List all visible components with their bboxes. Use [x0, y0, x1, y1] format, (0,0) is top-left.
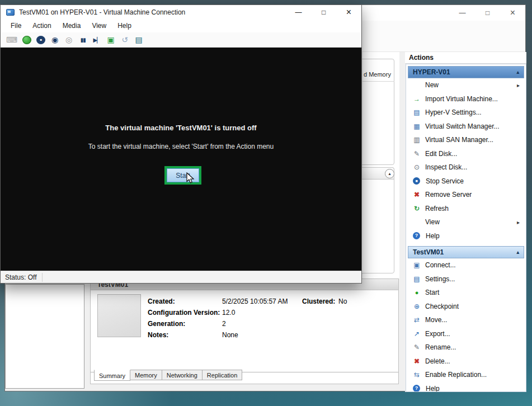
- vm-viewport: The virtual machine 'TestVM01' is turned…: [1, 48, 361, 272]
- action-import-virtual-machine[interactable]: → Import Virtual Machine...: [408, 92, 524, 106]
- desktop: — □ × d Memory ▴ TestVM01 Created:: [0, 0, 532, 406]
- mouse-cursor: [186, 172, 195, 185]
- actions-pane-body: HYPER-V01 ▴ New ▸ → Import Virtual Machi…: [406, 64, 526, 392]
- menu-media[interactable]: Media: [57, 20, 87, 31]
- tab-networking[interactable]: Networking: [162, 370, 203, 380]
- config-version-label: Configuration Version:: [148, 309, 220, 317]
- vm-status-text: Status: Off: [1, 273, 43, 282]
- console-tree-panel[interactable]: [5, 284, 84, 389]
- actions-pane-title: Actions: [405, 52, 526, 64]
- menu-view[interactable]: View: [86, 20, 112, 31]
- vm-list-panel: d Memory ▴: [362, 52, 399, 278]
- manager-maximize-button[interactable]: □: [475, 5, 500, 21]
- clustered-label: Clustered:: [302, 298, 335, 305]
- action-export[interactable]: ↗ Export...: [408, 327, 524, 341]
- rename-icon: ✎: [412, 343, 421, 351]
- vm-connection-window: TestVM01 on HYPER-V01 - Virtual Machine …: [0, 4, 362, 284]
- remove-server-icon: ✖: [412, 191, 421, 199]
- collapse-chevron-icon[interactable]: ▴: [516, 69, 519, 75]
- manager-close-button[interactable]: ×: [500, 5, 525, 21]
- column-header-divider: [362, 81, 394, 82]
- delete-icon: ✖: [412, 357, 421, 365]
- replication-icon: ⇆: [412, 371, 421, 379]
- click-highlight-frame: Start: [164, 166, 201, 185]
- export-icon: ↗: [412, 330, 421, 338]
- action-stop-service[interactable]: ■ Stop Service: [408, 174, 524, 188]
- section-header-label: HYPER-V01: [413, 68, 450, 76]
- revert-icon[interactable]: ↺: [120, 35, 129, 45]
- connect-icon: ▣: [412, 261, 421, 269]
- start-vm-icon: ●: [412, 289, 421, 296]
- action-delete[interactable]: ✖ Delete...: [408, 355, 524, 369]
- vm-titlebar[interactable]: TestVM01 on HYPER-V01 - Virtual Machine …: [1, 5, 361, 19]
- tab-summary[interactable]: Summary: [94, 370, 130, 381]
- step-icon[interactable]: ▶▏: [92, 35, 101, 45]
- action-enable-replication[interactable]: ⇆ Enable Replication...: [408, 368, 524, 382]
- save-icon[interactable]: ◎: [64, 35, 73, 45]
- tab-memory[interactable]: Memory: [130, 370, 162, 380]
- vm-thumbnail: [97, 294, 141, 337]
- action-refresh[interactable]: ↻ Refresh: [408, 202, 524, 216]
- submenu-arrow-icon: ▸: [517, 219, 520, 225]
- vm-maximize-button[interactable]: □: [311, 5, 336, 19]
- assigned-memory-column-header[interactable]: d Memory: [364, 71, 391, 78]
- vm-menubar: File Action Media View Help: [1, 19, 361, 32]
- action-connect[interactable]: ▣ Connect...: [408, 258, 524, 272]
- action-hyperv-settings[interactable]: ▤ Hyper-V Settings...: [408, 106, 524, 120]
- pause-icon[interactable]: ▮▮: [78, 35, 87, 45]
- manager-minimize-button[interactable]: —: [450, 5, 475, 21]
- action-edit-disk[interactable]: ✎ Edit Disk...: [408, 147, 524, 161]
- hyperv-settings-icon: ▤: [412, 108, 421, 116]
- ctrl-alt-del-icon[interactable]: ⌨: [6, 35, 17, 45]
- action-new[interactable]: New ▸: [408, 78, 524, 92]
- created-label: Created:: [148, 298, 175, 305]
- menu-help[interactable]: Help: [112, 20, 137, 31]
- action-rename[interactable]: ✎ Rename...: [408, 341, 524, 355]
- action-checkpoint[interactable]: ⊕ Checkpoint: [408, 300, 524, 314]
- section-header-label: TestVM01: [413, 248, 444, 256]
- vm-off-hint: To start the virtual machine, select 'St…: [1, 143, 361, 150]
- menu-file[interactable]: File: [5, 20, 27, 31]
- generation-value: 2: [222, 320, 226, 328]
- move-icon: ⇄: [412, 316, 421, 324]
- vm-off-message: The virtual machine 'TestVM01' is turned…: [1, 124, 361, 132]
- action-help[interactable]: ? Help: [408, 229, 524, 243]
- action-virtual-switch-manager[interactable]: ▦ Virtual Switch Manager...: [408, 120, 524, 134]
- submenu-arrow-icon: ▸: [517, 82, 520, 88]
- action-settings[interactable]: ▤ Settings...: [408, 272, 524, 286]
- action-view[interactable]: View ▸: [408, 215, 524, 229]
- checkpoint-toolbar-icon[interactable]: ▣: [106, 35, 115, 45]
- checkpoint-icon: ⊕: [412, 303, 421, 310]
- vm-statusbar: Status: Off: [1, 271, 361, 283]
- help-icon: ?: [413, 385, 420, 392]
- help-icon: ?: [413, 232, 420, 239]
- action-inspect-disk[interactable]: ⊙ Inspect Disk...: [408, 160, 524, 174]
- inspect-disk-icon: ⊙: [412, 163, 421, 171]
- action-start[interactable]: ● Start: [408, 286, 524, 300]
- action-help-vm[interactable]: ? Help: [408, 382, 524, 393]
- turn-off-icon[interactable]: ■: [36, 36, 45, 44]
- created-value: 5/2/2025 10:05:57 AM: [222, 298, 288, 305]
- action-move[interactable]: ⇄ Move...: [408, 313, 524, 327]
- action-virtual-san-manager[interactable]: ▥ Virtual SAN Manager...: [408, 133, 524, 147]
- action-remove-server[interactable]: ✖ Remove Server: [408, 188, 524, 202]
- vm-details-panel: TestVM01 Created: 5/2/2025 10:05:57 AM C…: [90, 278, 399, 384]
- vm-minimize-button[interactable]: —: [286, 5, 311, 19]
- start-icon[interactable]: [22, 36, 31, 44]
- actions-section-testvm01[interactable]: TestVM01 ▴: [408, 246, 524, 258]
- tab-replication[interactable]: Replication: [202, 370, 242, 380]
- menu-action[interactable]: Action: [27, 20, 57, 31]
- details-tabs: Summary Memory Networking Replication: [94, 370, 242, 381]
- virtual-switch-icon: ▦: [412, 122, 421, 130]
- enhanced-session-icon[interactable]: ▤: [134, 35, 143, 45]
- actions-section-hyperv01[interactable]: HYPER-V01 ▴: [408, 66, 524, 78]
- vm-close-button[interactable]: ×: [336, 5, 361, 19]
- collapse-chevron-icon[interactable]: ▴: [516, 249, 519, 255]
- shutdown-icon[interactable]: ◉: [50, 35, 59, 45]
- edit-disk-icon: ✎: [412, 150, 421, 158]
- settings-icon: ▤: [412, 275, 421, 283]
- generation-label: Generation:: [148, 320, 185, 328]
- vmconnect-app-icon: [6, 9, 15, 16]
- vm-toolbar: ⌨ ■ ◉ ◎ ▮▮ ▶▏ ▣ ↺ ▤: [1, 32, 361, 48]
- checkpoints-collapse-button[interactable]: ▴: [385, 169, 394, 178]
